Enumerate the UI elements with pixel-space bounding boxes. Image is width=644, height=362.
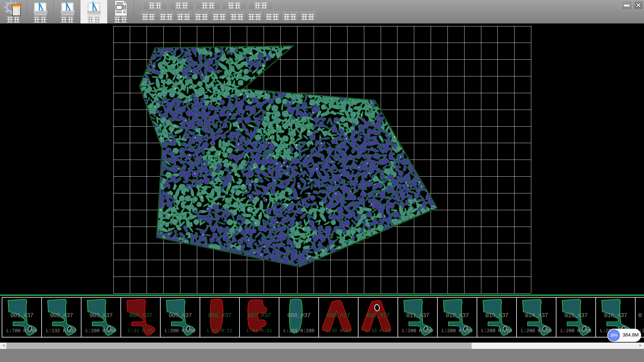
svg-text:L:200 R:200: L:200 R:200 <box>283 328 314 334</box>
svg-text:L:200 R:200: L:200 R:200 <box>560 328 591 334</box>
svg-text:010_#37: 010_#37 <box>366 312 389 319</box>
svg-text:L:132 R:132: L:132 R:132 <box>46 328 76 334</box>
svg-text:L:700 R:700: L:700 R:700 <box>6 328 37 334</box>
svg-text:L:200 R:200: L:200 R:200 <box>441 328 472 334</box>
svg-text:L:200 R:200: L:200 R:200 <box>164 328 195 334</box>
svg-text:0: 0 <box>638 312 642 319</box>
svg-text:L:200 R:200: L:200 R:200 <box>85 328 116 334</box>
svg-text:L:200 R:200: L:200 R:200 <box>481 328 512 334</box>
svg-text:005_#37: 005_#37 <box>168 312 192 319</box>
svg-text:L:31 R:31: L:31 R:31 <box>247 328 272 334</box>
svg-text:L:32 R:31: L:32 R:31 <box>326 328 351 334</box>
svg-text:007_#37: 007_#37 <box>248 312 271 319</box>
svg-text:016_#37: 016_#37 <box>604 312 627 319</box>
svg-text:015_#37: 015_#37 <box>564 312 587 319</box>
svg-text:L:33 R:33: L:33 R:33 <box>365 328 391 334</box>
svg-text:003_#37: 003_#37 <box>89 312 112 319</box>
svg-text:L:21 R:21: L:21 R:21 <box>207 328 232 334</box>
svg-text:008_#37: 008_#37 <box>287 312 310 319</box>
svg-text:013_#37: 013_#37 <box>485 312 508 319</box>
svg-text:006_#37: 006_#37 <box>208 312 231 319</box>
svg-text:L:31 R:31: L:31 R:31 <box>128 328 153 334</box>
svg-text:004_#37: 004_#37 <box>129 312 152 319</box>
svg-text:011_#37: 011_#37 <box>406 312 429 319</box>
svg-text:002_#37: 002_#37 <box>50 312 73 319</box>
svg-text:014_#37: 014_#37 <box>525 312 548 319</box>
svg-text:L:200 R:200: L:200 R:200 <box>402 328 433 334</box>
svg-text:009_#37: 009_#37 <box>327 312 350 319</box>
svg-text:001_#37: 001_#37 <box>10 312 33 319</box>
svg-text:012_#37: 012_#37 <box>445 312 469 319</box>
svg-text:L:200 R:200: L:200 R:200 <box>521 328 551 334</box>
